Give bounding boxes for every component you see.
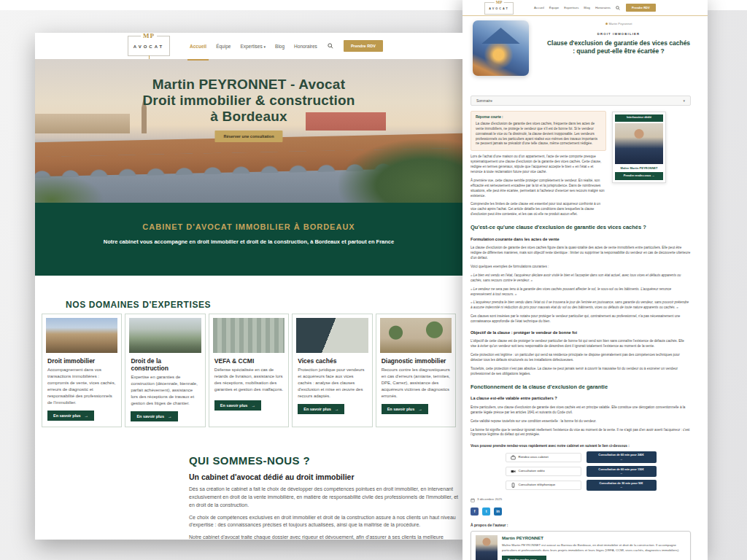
subsection-heading: Formulation courante dans les actes de v… [471, 236, 691, 242]
date-text: 3 décembre 2025 [477, 497, 502, 502]
lawyer-name: Maître Martin PEYRONNET [615, 166, 663, 171]
author-card: Martin PEYRONNET Maître Martin PEYRONNET… [471, 531, 691, 560]
social-share-row: f t in [471, 508, 691, 516]
contact-sidebar-card: Interlocuteur dédié Maître Martin PEYRON… [612, 112, 666, 183]
booking-price-button[interactable]: Consultation de 60 min pour 240€→ [587, 451, 657, 462]
logo-word: AVOCAT [128, 44, 169, 49]
card-title: Diagnostic immobilier [382, 357, 450, 365]
en-savoir-plus-button[interactable]: En savoir plus→ [214, 400, 261, 411]
en-savoir-plus-button[interactable]: En savoir plus→ [131, 411, 177, 421]
about-paragraph: Ce choix de compétences exclusives en dr… [189, 514, 460, 530]
site-logo[interactable]: MP AVOCAT [484, 2, 514, 15]
card-body: Accompagnement dans vos transactions imm… [47, 367, 116, 406]
hero-tree-left [35, 174, 104, 203]
nav-honoraires[interactable]: Honoraires [595, 6, 611, 9]
article-paragraph: À première vue, cette clause semble prot… [471, 179, 606, 199]
prendre-rendez-vous-button[interactable]: Prendre rendez-vous → [502, 556, 546, 560]
article-title: Clause d'exclusion de garantie des vices… [546, 39, 692, 56]
author-photo [476, 535, 498, 560]
nav-expertises[interactable]: Expertises ▾ [240, 44, 266, 49]
about-section: QUI SOMMES-NOUS ? Un cabinet d'avocat dé… [189, 454, 462, 540]
answer-text: La clause d'exclusion de garantie des vi… [476, 122, 601, 147]
booking-widget: Vous pouvez prendre rendez-vous rapideme… [471, 443, 691, 491]
about-paragraph: Dès sa création le cabinet a fait le cho… [189, 486, 460, 510]
site-logo[interactable]: MP AVOCAT [128, 36, 170, 56]
booking-option-video[interactable]: Consultation vidéo [506, 467, 581, 476]
author-bio: Maître Martin PEYRONNET est avocat au Ba… [502, 543, 686, 553]
arrow-circle-icon: → [588, 457, 655, 461]
article-paragraph: Entre particuliers, une clause d'exclusi… [471, 405, 691, 416]
clause-quote: « Le bien est vendu en l'état, l'acquére… [471, 273, 691, 284]
prendre-rdv-button[interactable]: Prendre RDV [344, 40, 383, 52]
search-icon[interactable] [616, 5, 621, 10]
card-image-old-house [380, 318, 452, 353]
sommaire-accordion[interactable]: Sommaire ▾ [471, 96, 691, 106]
logo-monogram: MP [141, 33, 157, 39]
article-paragraph: Toutefois, cette protection n'est pas ab… [471, 367, 691, 377]
subsection-heading: Objectif de la clause : protéger le vend… [471, 330, 691, 335]
smartphone-icon [511, 483, 516, 488]
booking-option-cabinet[interactable]: Rendez-vous cabinet [506, 453, 581, 462]
card-vefa-ccmi: VEFA & CCMI Défense spécialisée en cas d… [209, 314, 289, 427]
short-answer-box: Réponse courte : La clause d'exclusion d… [471, 111, 606, 151]
article-headblock: Martin Peyronnet DROIT IMMOBILIER Clause… [535, 22, 702, 56]
author-info: Martin PEYRONNET Maître Martin PEYRONNET… [502, 535, 686, 560]
hero-title-line1: Martin PEYRONNET - Avocat [35, 77, 462, 93]
arrow-right-icon: → [168, 414, 172, 419]
nav-honoraires[interactable]: Honoraires [294, 44, 317, 49]
twitter-icon[interactable]: t [482, 508, 490, 516]
homepage-screenshot: MP AVOCAT Accueil Équipe Expertises ▾ Bl… [35, 33, 462, 540]
publication-date: 3 décembre 2025 [471, 497, 691, 502]
nav-blog[interactable]: Blog [584, 6, 590, 9]
hero-tree-right [338, 139, 462, 203]
nav-expertises[interactable]: Expertises [564, 6, 578, 9]
card-body: Protection juridique pour vendeurs et ac… [298, 367, 366, 400]
booking-option-phone[interactable]: Consultation téléphonique [506, 481, 581, 490]
card-title: Droit immobilier [47, 357, 116, 365]
card-droit-immobilier: Droit immobilier Accompagnement dans vos… [42, 314, 122, 427]
article-paragraph: L'objectif de cette clause est de protég… [471, 339, 691, 349]
logo-word: AVOCAT [485, 7, 513, 10]
article-page-screenshot: MP AVOCAT Accueil Équipe Expertises Blog… [462, 0, 708, 560]
article-paragraph: La clause d'exclusion de garantie des vi… [471, 246, 691, 261]
nav-accueil[interactable]: Accueil [190, 44, 206, 49]
nav-equipe[interactable]: Équipe [216, 44, 231, 49]
sidebar-label: Interlocuteur dédié [615, 114, 663, 122]
article-paragraph: Cette protection est légitime : un parti… [471, 353, 691, 363]
nav-equipe[interactable]: Équipe [549, 6, 559, 9]
house-roof-shape [476, 28, 526, 44]
calendar-icon [471, 498, 475, 502]
booking-price-button[interactable]: Consultation de 60 min pour 150€→ [587, 466, 657, 477]
nav-accueil[interactable]: Accueil [534, 6, 544, 9]
booking-intro: Vous pouvez prendre rendez-vous rapideme… [471, 443, 691, 448]
hero-title-line3: à Bordeaux [35, 109, 462, 125]
subsection-heading: La clause est-elle valable entre particu… [471, 395, 691, 401]
prendre-rendez-vous-button[interactable]: Prendre rendez-vous → [615, 172, 663, 181]
article-paragraph: Voici quelques exemples de formulations … [471, 265, 691, 270]
banner-subtitle: Notre cabinet vous accompagne en droit i… [92, 238, 406, 246]
main-nav: Accueil Équipe Expertises Blog Honoraire… [534, 0, 656, 15]
video-camera-icon [511, 469, 516, 474]
en-savoir-plus-button[interactable]: En savoir plus→ [47, 411, 94, 421]
section-heading: Fonctionnement de la clause d'exclusion … [471, 384, 691, 391]
prendre-rdv-button[interactable]: Prendre RDV [626, 4, 656, 12]
en-savoir-plus-button[interactable]: En savoir plus→ [298, 404, 344, 414]
arrow-right-icon: → [251, 403, 255, 408]
nav-blog[interactable]: Blog [275, 44, 285, 49]
reserver-consultation-button[interactable]: Réserver une consultation [214, 131, 282, 142]
section-heading: Qu'est-ce qu'une clause d'exclusion de g… [471, 224, 691, 231]
card-image-modern-building [213, 318, 285, 353]
booking-price-button[interactable]: Consultation de 30 min pour 90€→ [587, 480, 657, 491]
article-content: Interlocuteur dédié Maître Martin PEYRON… [471, 111, 691, 560]
facebook-icon[interactable]: f [471, 508, 479, 516]
breadcrumb[interactable]: Martin Peyronnet [535, 22, 702, 26]
arrow-circle-icon: → [588, 471, 655, 475]
card-image-city [46, 318, 117, 353]
booking-row-cabinet: Rendez-vous cabinet Consultation de 60 m… [471, 451, 691, 462]
search-icon[interactable] [327, 42, 334, 50]
clause-quote: « L'acquéreur prendra le bien vendu dans… [471, 300, 691, 311]
article-paragraph: Lors de l'achat d'une maison ou d'un app… [471, 155, 606, 175]
sommaire-label: Sommaire [476, 99, 492, 103]
linkedin-icon[interactable]: in [494, 508, 502, 516]
en-savoir-plus-button[interactable]: En savoir plus→ [382, 404, 428, 414]
